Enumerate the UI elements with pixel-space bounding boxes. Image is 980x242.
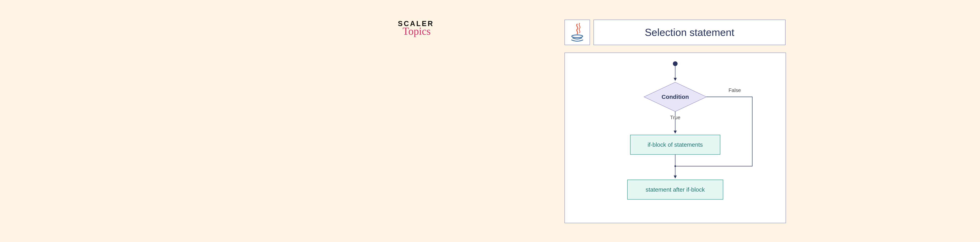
title-text: Selection statement bbox=[645, 27, 734, 38]
true-label: True bbox=[670, 115, 680, 120]
java-icon bbox=[565, 20, 590, 45]
flowchart-panel: Condition True if-block of statements st… bbox=[565, 53, 786, 223]
merge-dot bbox=[675, 165, 676, 167]
condition-label: Condition bbox=[662, 94, 689, 100]
start-node bbox=[673, 61, 678, 66]
logo-line2: Topics bbox=[402, 25, 434, 37]
svg-point-0 bbox=[572, 35, 583, 38]
edge-false bbox=[675, 97, 752, 166]
scaler-topics-logo: SCALER Topics bbox=[398, 20, 434, 37]
flowchart-svg: Condition True if-block of statements st… bbox=[565, 53, 786, 223]
diagram-canvas: SCALER Topics Selection statement bbox=[431, 16, 745, 228]
title-box: Selection statement bbox=[593, 20, 786, 45]
if-block-label: if-block of statements bbox=[648, 142, 703, 148]
java-steam-icon bbox=[570, 22, 585, 42]
header-row: Selection statement bbox=[565, 20, 786, 45]
after-block-label: statement after if-block bbox=[646, 186, 705, 193]
false-label: False bbox=[729, 88, 741, 93]
